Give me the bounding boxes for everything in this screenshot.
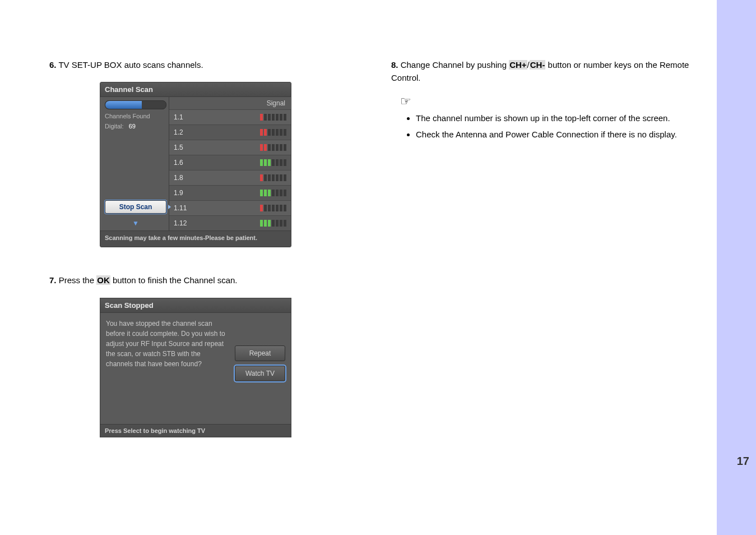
signal-bar — [268, 205, 271, 211]
step-7: 7. Press the OK button to finish the Cha… — [49, 274, 358, 287]
channel-scan-panel: Channel Scan Channels Found Digital: 69 … — [100, 82, 291, 247]
channel-row[interactable]: 1.11 — [169, 200, 291, 215]
left-column: 6. TV SET-UP BOX auto scans channels. Ch… — [49, 59, 358, 437]
signal-bar — [268, 144, 271, 151]
channel-row[interactable]: 1.5 — [169, 140, 291, 155]
progress-fill — [105, 101, 142, 109]
step-text-pre: Press the — [59, 275, 97, 285]
signal-bar — [260, 159, 263, 166]
panel-footer: Scanning may take a few minutes-Please b… — [100, 230, 291, 247]
signal-bar — [272, 159, 275, 166]
signal-bar — [276, 190, 279, 196]
signal-bar — [260, 190, 263, 196]
signal-bars — [260, 190, 286, 196]
note-item: Check the Antenna and Power Cable Connec… — [416, 128, 699, 141]
channel-number: 1.2 — [174, 128, 207, 136]
digital-count: 69 — [129, 123, 136, 130]
watch-tv-button[interactable]: Watch TV — [235, 366, 285, 381]
panel-title: Scan Stopped — [100, 298, 291, 313]
channel-number: 1.9 — [174, 189, 207, 197]
step-number: 7. — [49, 275, 57, 285]
signal-header: Signal — [169, 97, 291, 109]
channel-row[interactable]: 1.12 — [169, 215, 291, 230]
step-8: 8. Change Channel by pushing CH+/CH- but… — [391, 59, 699, 84]
signal-bar — [268, 174, 271, 181]
page-number: 17 — [737, 455, 749, 468]
signal-bar — [264, 114, 267, 121]
channel-row[interactable]: 1.1 — [169, 109, 291, 124]
channel-number: 1.5 — [174, 144, 207, 151]
signal-bar — [280, 129, 282, 136]
step-number: 6. — [49, 60, 57, 70]
signal-bar — [284, 114, 286, 121]
signal-bar — [264, 205, 267, 211]
note-item: The channel number is shown up in the to… — [416, 112, 699, 125]
signal-bar — [280, 114, 282, 121]
signal-bars — [260, 114, 286, 121]
step-text-pre: Change Channel by pushing — [401, 60, 509, 70]
signal-bar — [264, 129, 267, 136]
signal-bar — [276, 114, 279, 121]
signal-bars — [260, 129, 286, 136]
signal-bar — [260, 220, 263, 227]
signal-bar — [268, 129, 271, 136]
panel-body: Channels Found Digital: 69 Stop Scan ▼ S… — [100, 97, 291, 230]
signal-bar — [268, 159, 271, 166]
side-stripe: 17 — [717, 0, 756, 535]
channel-row[interactable]: 1.2 — [169, 124, 291, 140]
signal-bar — [264, 144, 267, 151]
stop-scan-button[interactable]: Stop Scan — [105, 200, 166, 214]
signal-bar — [264, 174, 267, 181]
channel-number: 1.1 — [174, 113, 207, 121]
signal-bar — [260, 144, 263, 151]
channel-table: Signal 1.11.21.51.61.81.91.111.12 — [169, 97, 291, 230]
signal-bar — [260, 174, 263, 181]
signal-bar — [272, 205, 275, 211]
signal-bars — [260, 220, 286, 227]
signal-bar — [284, 205, 286, 211]
signal-bar — [280, 205, 282, 211]
channel-row[interactable]: 1.6 — [169, 155, 291, 170]
signal-bar — [272, 129, 275, 136]
signal-bar — [272, 144, 275, 151]
digital-label: Digital: — [105, 123, 124, 130]
page-content: 6. TV SET-UP BOX auto scans channels. Ch… — [49, 59, 699, 437]
channel-number: 1.11 — [174, 204, 207, 212]
signal-bar — [268, 114, 271, 121]
signal-bar — [280, 174, 282, 181]
repeat-button[interactable]: Repeat — [235, 345, 285, 361]
scan-stopped-message: You have stopped the channel scan before… — [106, 319, 229, 408]
scroll-down-icon[interactable]: ▼ — [132, 219, 139, 227]
digital-line: Digital: 69 — [105, 123, 166, 130]
signal-bar — [272, 190, 275, 196]
panel-footer: Press Select to begin watching TV — [100, 424, 291, 437]
signal-bars — [260, 174, 286, 181]
progress-bar — [105, 100, 166, 109]
signal-bar — [284, 174, 286, 181]
signal-bar — [272, 174, 275, 181]
signal-bar — [276, 220, 279, 227]
signal-bars — [260, 205, 286, 211]
note-icon: ☞ — [400, 94, 699, 109]
signal-bar — [264, 220, 267, 227]
signal-bar — [280, 220, 282, 227]
step-text-post: button to finish the Channel scan. — [110, 275, 238, 285]
channel-row[interactable]: 1.9 — [169, 185, 291, 200]
channel-number: 1.8 — [174, 174, 207, 182]
signal-bar — [276, 159, 279, 166]
signal-bar — [280, 144, 282, 151]
scan-stopped-panel: Scan Stopped You have stopped the channe… — [100, 298, 291, 437]
signal-bar — [272, 220, 275, 227]
signal-bar — [276, 129, 279, 136]
signal-bar — [264, 159, 267, 166]
signal-bar — [268, 220, 271, 227]
channel-number: 1.12 — [174, 219, 207, 227]
signal-bar — [284, 220, 286, 227]
signal-bar — [280, 159, 282, 166]
signal-bar — [284, 190, 286, 196]
panel-buttons: Repeat Watch TV — [235, 345, 285, 381]
signal-bar — [260, 129, 263, 136]
channel-row[interactable]: 1.8 — [169, 170, 291, 185]
signal-bar — [284, 159, 286, 166]
signal-bar — [284, 129, 286, 136]
